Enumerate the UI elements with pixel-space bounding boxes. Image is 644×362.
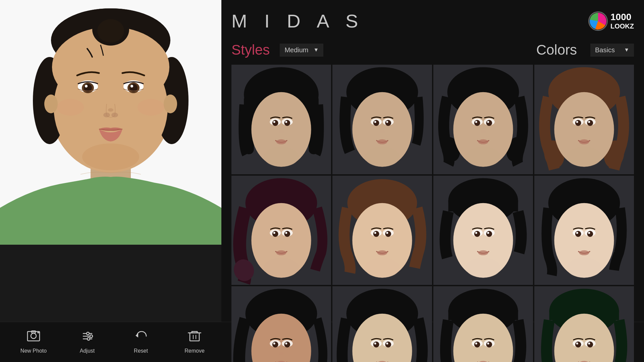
styles-dropdown-chevron: ▼: [314, 47, 319, 53]
hair-face-7: [433, 176, 533, 285]
svg-point-78: [576, 121, 578, 123]
svg-point-128: [576, 232, 578, 234]
svg-point-126: [575, 231, 581, 237]
hair-face-2: [332, 65, 432, 174]
hair-style-item-9[interactable]: [231, 286, 331, 362]
svg-point-129: [588, 232, 590, 234]
svg-point-163: [474, 342, 480, 348]
svg-point-102: [385, 231, 391, 237]
hair-style-item-11[interactable]: [433, 286, 533, 362]
svg-point-142: [279, 352, 284, 355]
logo-text: 1000 LOOKZ: [610, 12, 634, 30]
face-svg: [0, 0, 221, 245]
svg-point-77: [587, 120, 593, 126]
svg-point-106: [377, 250, 387, 255]
svg-point-138: [272, 342, 278, 348]
svg-point-89: [272, 231, 278, 237]
logo-circle-inner: [590, 13, 606, 29]
controls-row: Styles Medium ▼ Colors Basics ▼: [231, 42, 634, 58]
svg-point-14: [164, 95, 177, 113]
hair-style-item-7[interactable]: [433, 176, 533, 285]
svg-point-52: [380, 130, 385, 133]
hair-style-item-8[interactable]: [534, 176, 634, 285]
svg-point-90: [284, 231, 290, 237]
svg-point-176: [575, 342, 581, 348]
adjust-icon: [80, 330, 94, 345]
hair-style-grid: [231, 65, 634, 362]
hair-style-item-12[interactable]: [534, 286, 634, 362]
hair-face-3: [433, 65, 533, 174]
colors-dropdown[interactable]: Basics ▼: [590, 44, 634, 57]
adjust-label: Adjust: [80, 348, 95, 354]
hair-face-12: [534, 286, 634, 362]
svg-point-25: [111, 113, 118, 117]
svg-point-26: [57, 99, 84, 116]
right-panel: M I D A S 1000 LOOKZ Styles Medium ▼ Col…: [221, 0, 644, 322]
remove-icon: [188, 330, 201, 345]
hair-style-item-5[interactable]: [231, 176, 331, 285]
svg-point-164: [486, 342, 492, 348]
remove-label: Remove: [184, 348, 205, 354]
app-header: M I D A S 1000 LOOKZ: [231, 10, 634, 32]
colors-dropdown-chevron: ▼: [624, 47, 629, 53]
svg-point-18: [85, 85, 88, 87]
svg-point-51: [386, 121, 388, 123]
svg-point-101: [373, 231, 379, 237]
svg-point-39: [285, 121, 287, 123]
hair-style-item-4[interactable]: [534, 65, 634, 174]
colors-label: Colors: [536, 42, 577, 58]
remove-button[interactable]: Remove: [181, 330, 208, 354]
svg-point-67: [478, 139, 488, 144]
styles-dropdown-value: Medium: [284, 46, 310, 54]
face-preview: [0, 0, 221, 245]
svg-point-151: [385, 342, 391, 348]
reset-label: Reset: [134, 348, 148, 354]
svg-point-40: [279, 130, 284, 133]
svg-point-116: [475, 232, 477, 234]
svg-point-115: [486, 231, 492, 237]
svg-point-166: [487, 343, 489, 345]
svg-point-80: [582, 130, 587, 133]
svg-point-154: [380, 352, 385, 355]
hair-style-item-6[interactable]: [332, 176, 432, 285]
hair-style-item-1[interactable]: [231, 65, 331, 174]
svg-point-28: [82, 143, 139, 170]
photo-panel: [0, 0, 221, 245]
hair-style-item-10[interactable]: [332, 286, 432, 362]
svg-point-177: [587, 342, 593, 348]
svg-point-65: [487, 121, 489, 123]
svg-point-62: [474, 120, 480, 126]
styles-dropdown[interactable]: Medium ▼: [280, 44, 323, 57]
svg-point-120: [466, 258, 501, 278]
svg-point-167: [481, 352, 486, 355]
svg-point-64: [475, 121, 477, 123]
svg-point-91: [273, 232, 275, 234]
adjust-button[interactable]: Adjust: [74, 330, 101, 354]
svg-point-104: [386, 232, 388, 234]
svg-point-81: [579, 139, 589, 144]
svg-point-79: [588, 121, 590, 123]
svg-point-105: [380, 241, 385, 244]
new-photo-button[interactable]: New Photo: [20, 330, 47, 354]
svg-point-37: [284, 120, 290, 126]
svg-point-165: [475, 343, 477, 345]
app-title: M I D A S: [231, 10, 364, 32]
svg-point-114: [474, 231, 480, 237]
svg-point-141: [285, 343, 287, 345]
svg-point-12: [97, 19, 124, 43]
svg-point-118: [481, 241, 486, 244]
hair-style-item-2[interactable]: [332, 65, 432, 174]
svg-point-153: [386, 343, 388, 345]
svg-rect-192: [190, 333, 199, 341]
svg-point-63: [486, 120, 492, 126]
reset-button[interactable]: Reset: [127, 330, 154, 354]
hair-style-item-3[interactable]: [433, 65, 533, 174]
svg-point-24: [103, 113, 110, 117]
styles-label: Styles: [231, 42, 270, 58]
svg-point-93: [279, 241, 284, 244]
logo-area: 1000 LOOKZ: [588, 11, 634, 31]
svg-point-130: [582, 241, 587, 244]
svg-point-179: [588, 343, 590, 345]
svg-point-95: [264, 258, 299, 278]
hair-face-11: [433, 286, 533, 362]
